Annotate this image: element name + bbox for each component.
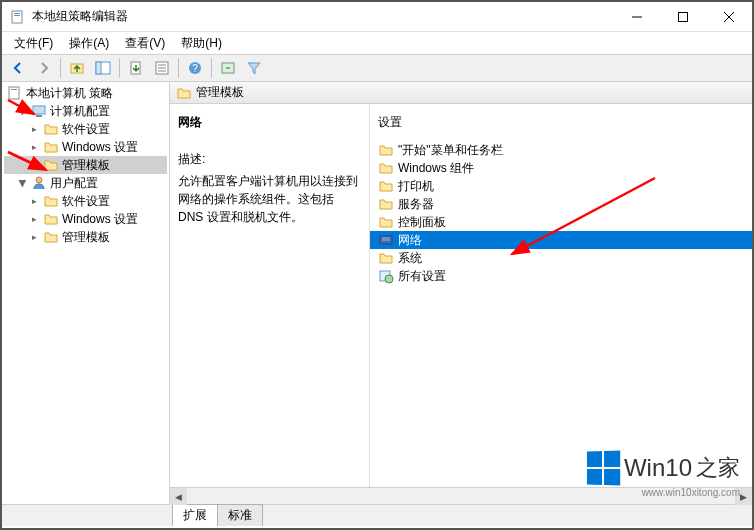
up-button[interactable]	[65, 56, 89, 80]
expander-icon[interactable]: ▸	[28, 159, 40, 171]
description-pane: 网络 描述: 允许配置客户端计算机用以连接到网络的操作系统组件。这包括 DNS …	[170, 104, 370, 487]
desc-text: 允许配置客户端计算机用以连接到网络的操作系统组件。这包括 DNS 设置和脱机文件…	[178, 172, 361, 226]
desc-label: 描述:	[178, 151, 361, 168]
window-controls	[614, 2, 752, 32]
expander-icon[interactable]: ▸	[28, 195, 40, 207]
tree-pane[interactable]: 本地计算机 策略 ⯆ 计算机配置 ▸ 软件设置 ▸ Windows 设置 ▸ 管…	[2, 82, 170, 504]
folder-icon	[43, 229, 59, 245]
app-icon	[10, 9, 26, 25]
menu-view[interactable]: 查看(V)	[117, 33, 173, 54]
folder-icon	[43, 121, 59, 137]
user-icon	[31, 175, 47, 191]
scroll-left-icon[interactable]: ◀	[170, 488, 187, 505]
toolbar: ?	[2, 54, 752, 82]
list-item-label: 系统	[398, 250, 422, 267]
list-item[interactable]: 服务器	[370, 195, 752, 213]
back-button[interactable]	[6, 56, 30, 80]
expander-icon[interactable]: ▸	[28, 123, 40, 135]
export-button[interactable]	[124, 56, 148, 80]
tab-extended[interactable]: 扩展	[172, 504, 218, 526]
list-header[interactable]: 设置	[370, 108, 752, 141]
menu-file[interactable]: 文件(F)	[6, 33, 61, 54]
svg-rect-1	[14, 13, 20, 14]
svg-rect-19	[11, 89, 17, 90]
list-item[interactable]: Windows 组件	[370, 159, 752, 177]
watermark-brand: Win10	[624, 454, 692, 482]
list-item-label: 服务器	[398, 196, 434, 213]
windows-logo-icon	[587, 450, 620, 485]
folder-icon	[43, 193, 59, 209]
titlebar: 本地组策略编辑器	[2, 2, 752, 32]
settings-list[interactable]: 设置 "开始"菜单和任务栏Windows 组件打印机服务器控制面板网络系统所有设…	[370, 104, 752, 487]
show-hide-tree-button[interactable]	[91, 56, 115, 80]
filter-button[interactable]	[242, 56, 266, 80]
list-item[interactable]: 系统	[370, 249, 752, 267]
list-item[interactable]: 打印机	[370, 177, 752, 195]
folder-icon	[378, 142, 394, 158]
filter-options-button[interactable]	[216, 56, 240, 80]
svg-rect-21	[36, 115, 42, 117]
expander-icon[interactable]: ⯆	[16, 105, 28, 117]
properties-button[interactable]	[150, 56, 174, 80]
right-pane: 管理模板 网络 描述: 允许配置客户端计算机用以连接到网络的操作系统组件。这包括…	[170, 82, 752, 504]
expander-icon[interactable]: ▸	[28, 213, 40, 225]
expander-icon[interactable]: ▸	[28, 231, 40, 243]
tab-standard[interactable]: 标准	[217, 504, 263, 526]
list-item-label: 所有设置	[398, 268, 446, 285]
network-folder-icon	[378, 232, 394, 248]
folder-icon	[378, 196, 394, 212]
folder-icon	[43, 211, 59, 227]
maximize-button[interactable]	[660, 2, 706, 32]
svg-rect-9	[96, 62, 101, 74]
tree-user-software-settings[interactable]: ▸ 软件设置	[4, 192, 167, 210]
svg-text:?: ?	[192, 63, 198, 74]
menubar: 文件(F) 操作(A) 查看(V) 帮助(H)	[2, 32, 752, 54]
folder-icon	[378, 160, 394, 176]
tree-user-config[interactable]: ⯆ 用户配置	[4, 174, 167, 192]
expander-icon[interactable]: ⯆	[16, 177, 28, 189]
desc-title: 网络	[178, 114, 361, 131]
right-header: 管理模板	[170, 82, 752, 104]
expander-icon[interactable]: ▸	[28, 141, 40, 153]
tree-windows-settings[interactable]: ▸ Windows 设置	[4, 138, 167, 156]
close-button[interactable]	[706, 2, 752, 32]
forward-button[interactable]	[32, 56, 56, 80]
watermark-url: www.win10xitong.com	[586, 487, 740, 498]
help-button[interactable]: ?	[183, 56, 207, 80]
svg-point-27	[385, 275, 393, 283]
tree-user-windows-settings[interactable]: ▸ Windows 设置	[4, 210, 167, 228]
tree-user-admin-templates[interactable]: ▸ 管理模板	[4, 228, 167, 246]
list-item[interactable]: 控制面板	[370, 213, 752, 231]
svg-rect-2	[14, 15, 20, 16]
svg-rect-20	[33, 106, 45, 114]
svg-point-22	[36, 177, 42, 183]
folder-icon	[43, 157, 59, 173]
policy-icon	[7, 85, 23, 101]
list-item-label: 控制面板	[398, 214, 446, 231]
tree-computer-config[interactable]: ⯆ 计算机配置	[4, 102, 167, 120]
list-item-label: 打印机	[398, 178, 434, 195]
tree-software-settings[interactable]: ▸ 软件设置	[4, 120, 167, 138]
content-area: 本地计算机 策略 ⯆ 计算机配置 ▸ 软件设置 ▸ Windows 设置 ▸ 管…	[2, 82, 752, 504]
svg-rect-4	[679, 12, 688, 21]
list-item[interactable]: 网络	[370, 231, 752, 249]
svg-rect-0	[12, 11, 22, 23]
window-title: 本地组策略编辑器	[32, 8, 614, 25]
menu-action[interactable]: 操作(A)	[61, 33, 117, 54]
folder-icon	[176, 85, 192, 101]
tree-root[interactable]: 本地计算机 策略	[4, 84, 167, 102]
computer-icon	[31, 103, 47, 119]
folder-icon	[378, 214, 394, 230]
minimize-button[interactable]	[614, 2, 660, 32]
tree-admin-templates[interactable]: ▸ 管理模板	[4, 156, 167, 174]
all-settings-icon	[378, 268, 394, 284]
menu-help[interactable]: 帮助(H)	[173, 33, 230, 54]
list-item[interactable]: 所有设置	[370, 267, 752, 285]
watermark-suffix: 之家	[696, 453, 740, 483]
list-item[interactable]: "开始"菜单和任务栏	[370, 141, 752, 159]
list-item-label: 网络	[398, 232, 422, 249]
list-item-label: Windows 组件	[398, 160, 474, 177]
folder-icon	[378, 250, 394, 266]
header-title: 管理模板	[196, 84, 244, 101]
svg-rect-18	[9, 87, 19, 99]
